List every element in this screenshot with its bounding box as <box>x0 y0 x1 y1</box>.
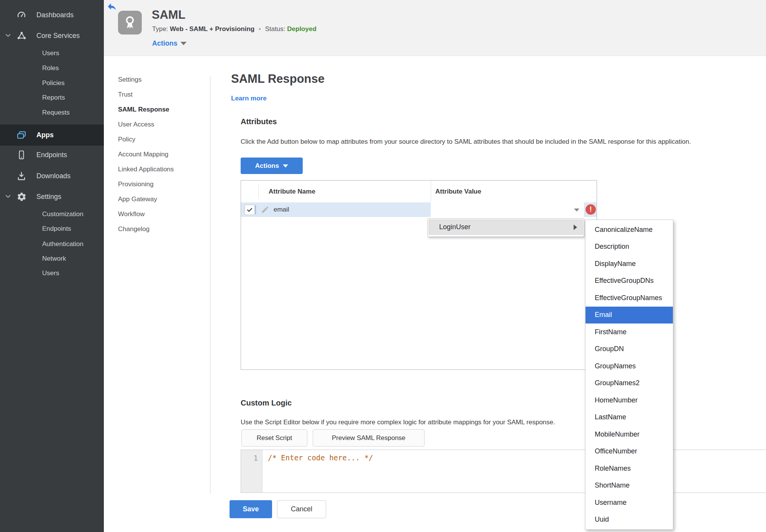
subnav-item-changelog[interactable]: Changelog <box>118 222 149 236</box>
submenu-item[interactable]: RoleNames <box>586 460 673 477</box>
editor-code[interactable]: /* Enter code here... */ <box>268 453 373 462</box>
sidebar-item-label: Core Services <box>36 32 80 40</box>
type-label: Type: <box>152 25 168 33</box>
row-checkbox[interactable] <box>244 205 255 215</box>
sidebar-item-settings-endpoints[interactable]: Endpoints <box>0 222 104 235</box>
column-divider <box>258 184 259 199</box>
sidebar-item-policies[interactable]: Policies <box>0 77 104 90</box>
sidebar-item-core-services[interactable]: Core Services <box>0 28 104 43</box>
sidebar-item-roles[interactable]: Roles <box>0 62 104 75</box>
custom-logic-heading: Custom Logic <box>241 399 292 407</box>
attribute-submenu: CanonicalizeName Description DisplayName… <box>585 220 673 530</box>
sidebar-item-label: Endpoints <box>36 151 67 159</box>
subnav-item-app-gateway[interactable]: App Gateway <box>118 192 157 207</box>
error-icon: ! <box>586 204 596 215</box>
submenu-item[interactable]: GroupNames2 <box>586 375 673 392</box>
back-icon[interactable] <box>107 1 117 12</box>
submenu-item[interactable]: MobileNumber <box>586 426 673 443</box>
preview-saml-response-button[interactable]: Preview SAML Response <box>313 429 425 447</box>
script-editor[interactable]: 1 /* Enter code here... */ <box>241 450 766 493</box>
cancel-button[interactable]: Cancel <box>277 500 326 518</box>
sidebar-item-settings-users[interactable]: Users <box>0 267 104 280</box>
sidebar-item-settings[interactable]: Settings <box>0 189 104 204</box>
subnav-item-account-mapping[interactable]: Account Mapping <box>118 147 168 162</box>
submenu-item[interactable]: CanonicalizeName <box>586 221 673 238</box>
caret-down-icon <box>574 209 579 212</box>
submenu-item[interactable]: GroupNames <box>586 358 673 375</box>
line-number: 1 <box>241 454 258 462</box>
editor-gutter: 1 <box>241 450 262 493</box>
edit-pencil-icon[interactable] <box>261 205 269 214</box>
menu-item-loginuser[interactable]: LoginUser <box>429 220 583 235</box>
sidebar-item-label: Apps <box>36 131 54 139</box>
subnav-item-provisioning[interactable]: Provisioning <box>118 177 154 192</box>
status-label: Status: <box>265 25 285 33</box>
submenu-item[interactable]: EffectiveGroupDNs <box>586 273 673 290</box>
subnav-divider <box>210 76 210 494</box>
header-actions-menu[interactable]: Actions <box>152 39 187 48</box>
submenu-item[interactable]: LastName <box>586 409 673 426</box>
subnav-item-trust[interactable]: Trust <box>118 87 133 102</box>
caret-down-icon <box>283 164 288 167</box>
sidebar-item-network[interactable]: Network <box>0 252 104 265</box>
submenu-item[interactable]: HomeNumber <box>586 392 673 409</box>
table-row[interactable]: email ! <box>241 202 597 217</box>
subnav-item-saml-response[interactable]: SAML Response <box>118 102 169 117</box>
learn-more-link[interactable]: Learn more <box>231 95 267 102</box>
sidebar-item-authentication[interactable]: Authentication <box>0 238 104 251</box>
sidebar-item-label: Dashboards <box>36 11 74 19</box>
sidebar-item-label: Settings <box>36 193 61 201</box>
reset-script-button[interactable]: Reset Script <box>241 429 307 447</box>
subnav-item-policy[interactable]: Policy <box>118 132 135 147</box>
attributes-actions-button[interactable]: Actions <box>241 158 303 174</box>
app-root: Dashboards Core Services Users Roles Pol… <box>0 0 766 532</box>
app-header: SAML Type: Web - SAML + Provisioning • S… <box>104 0 766 56</box>
attributes-heading: Attributes <box>241 117 277 126</box>
subnav-item-workflow[interactable]: Workflow <box>118 207 145 222</box>
submenu-item[interactable]: EffectiveGroupNames <box>586 289 673 307</box>
saml-app-icon <box>118 11 142 34</box>
sidebar-item-label: Downloads <box>36 172 71 180</box>
gauge-icon <box>16 10 27 20</box>
submenu-item[interactable]: Username <box>586 494 673 511</box>
value-dropdown: LoginUser <box>428 218 584 237</box>
sidebar-item-reports[interactable]: Reports <box>0 91 104 104</box>
sidebar-item-downloads[interactable]: Downloads <box>0 169 104 183</box>
save-button[interactable]: Save <box>230 500 272 518</box>
meta-separator: • <box>256 25 263 33</box>
attribute-value-select[interactable] <box>431 202 584 217</box>
submenu-item[interactable]: Description <box>586 238 673 256</box>
subnav-item-settings[interactable]: Settings <box>118 72 141 87</box>
submenu-arrow-icon <box>574 225 577 230</box>
apps-icon <box>16 130 27 141</box>
submenu-item[interactable]: Uuid <box>586 511 673 529</box>
sidebar-item-endpoints[interactable]: Endpoints <box>0 148 104 162</box>
column-divider <box>431 181 431 202</box>
app-title: SAML <box>152 8 185 22</box>
submenu-item[interactable]: GroupDN <box>586 341 673 358</box>
sidebar-item-users[interactable]: Users <box>0 47 104 60</box>
attributes-table: Attribute Name Attribute Value email ! <box>241 180 597 370</box>
submenu-item[interactable]: ShortName <box>586 477 673 494</box>
sidebar: Dashboards Core Services Users Roles Pol… <box>0 0 104 532</box>
submenu-item[interactable]: OfficeNumber <box>586 443 673 460</box>
status-value: Deployed <box>287 25 317 33</box>
sidebar-item-apps[interactable]: Apps <box>0 125 104 146</box>
attribute-name-cell: email <box>274 202 289 217</box>
download-icon <box>16 171 27 181</box>
text-cursor <box>255 205 256 214</box>
core-services-icon <box>16 30 27 41</box>
gear-icon <box>16 191 27 202</box>
sidebar-item-requests[interactable]: Requests <box>0 106 104 119</box>
caret-down-icon <box>180 42 187 45</box>
submenu-item[interactable]: FirstName <box>586 323 673 341</box>
subnav-item-linked-applications[interactable]: Linked Applications <box>118 162 174 177</box>
subnav-item-user-access[interactable]: User Access <box>118 117 154 132</box>
app-meta: Type: Web - SAML + Provisioning • Status… <box>152 25 317 33</box>
type-value: Web - SAML + Provisioning <box>170 25 254 33</box>
submenu-item-selected[interactable]: Email <box>586 307 673 324</box>
sidebar-item-dashboards[interactable]: Dashboards <box>0 8 104 22</box>
submenu-item[interactable]: DisplayName <box>586 255 673 273</box>
phone-icon <box>16 149 27 160</box>
sidebar-item-customization[interactable]: Customization <box>0 208 104 221</box>
